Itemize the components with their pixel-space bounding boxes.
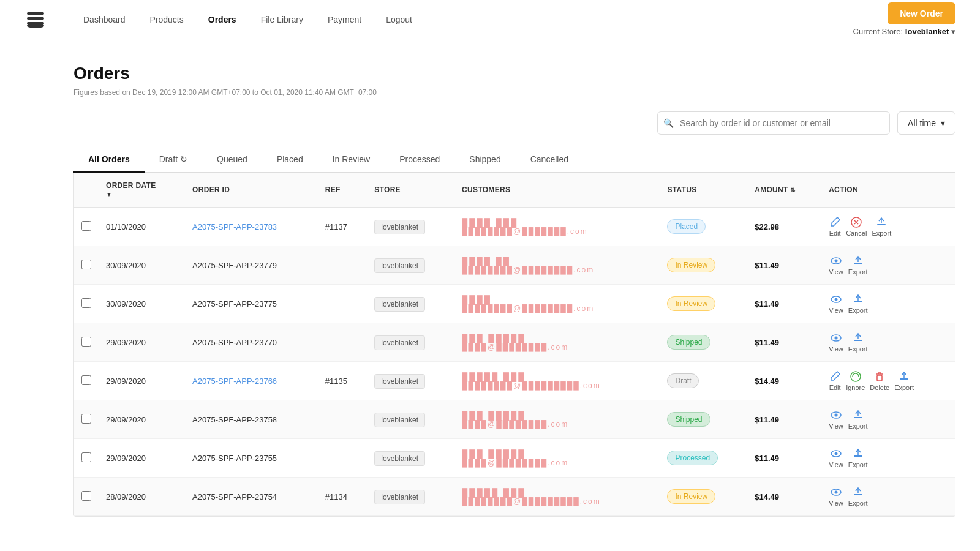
svg-rect-23: [854, 455, 862, 457]
row-checkbox[interactable]: [81, 491, 91, 501]
ref-cell: #1137: [318, 208, 367, 246]
action-export-button[interactable]: Export: [848, 332, 868, 353]
row-checkbox[interactable]: [81, 337, 91, 347]
action-view-button[interactable]: View: [829, 332, 843, 353]
order-id-text: A2075-SPF-APP-23754: [192, 492, 277, 501]
nav-products[interactable]: Products: [150, 15, 184, 24]
order-id-text: A2075-SPF-APP-23758: [192, 415, 277, 424]
customer-name: █████ ███: [462, 372, 652, 381]
customer-name: ███ █████: [462, 411, 652, 420]
order-id-cell: A2075-SPF-APP-23775: [185, 285, 318, 323]
ref-cell: [318, 400, 367, 439]
action-export-button[interactable]: Export: [848, 448, 868, 468]
row-checkbox[interactable]: [81, 375, 91, 385]
time-filter-button[interactable]: All time ▾: [897, 111, 956, 135]
status-badge: In Review: [667, 296, 715, 311]
customer-email: ████@████████.com: [462, 343, 652, 351]
actions-container: View Export: [829, 255, 948, 276]
customer-name: ███ █████: [462, 334, 652, 343]
action-edit-button[interactable]: Edit: [829, 370, 841, 391]
nav-orders[interactable]: Orders: [208, 15, 236, 24]
action-view-button[interactable]: View: [829, 293, 843, 314]
customer-name: ████ ██: [462, 257, 652, 266]
action-export-button[interactable]: Export: [848, 409, 868, 430]
order-id-link[interactable]: A2075-SPF-APP-23783: [192, 222, 277, 231]
svg-rect-16: [877, 375, 882, 381]
action-export-button[interactable]: Export: [894, 370, 914, 391]
col-amount[interactable]: AMOUNT ⇅: [747, 173, 821, 208]
amount-cell: $14.49: [747, 362, 821, 400]
customer-cell: █████ ███ ████████@█████████.com: [454, 362, 660, 400]
tab-shipped[interactable]: Shipped: [454, 147, 515, 173]
col-customers: CUSTOMERS: [454, 173, 660, 208]
nav-dashboard[interactable]: Dashboard: [83, 15, 126, 24]
action-view-button[interactable]: View: [829, 409, 843, 430]
draft-refresh-icon: ↻: [180, 154, 187, 164]
action-export-button[interactable]: Export: [872, 216, 891, 237]
actions-container: View Export: [829, 293, 948, 314]
row-checkbox[interactable]: [81, 414, 91, 424]
table-row: 28/09/2020 A2075-SPF-APP-23754 #1134 lov…: [74, 478, 955, 516]
search-input[interactable]: [657, 111, 890, 135]
status-cell: Shipped: [660, 323, 747, 362]
tab-cancelled[interactable]: Cancelled: [516, 147, 583, 173]
action-export-button[interactable]: Export: [848, 293, 868, 314]
action-view-button[interactable]: View: [829, 448, 843, 468]
action-cell: View Export: [821, 439, 955, 478]
order-date: 29/09/2020: [99, 439, 185, 478]
amount-sort-icon: ⇅: [790, 187, 795, 193]
amount-cell: $11.49: [747, 439, 821, 478]
svg-rect-5: [877, 224, 886, 225]
tab-placed[interactable]: Placed: [262, 147, 318, 173]
row-checkbox[interactable]: [81, 260, 91, 269]
row-checkbox[interactable]: [81, 221, 91, 231]
status-cell: Placed: [660, 208, 747, 246]
action-delete-button[interactable]: Delete: [870, 370, 889, 391]
store-cell: loveblanket: [367, 478, 454, 516]
svg-point-25: [834, 491, 837, 494]
row-checkbox[interactable]: [81, 298, 91, 308]
action-export-button[interactable]: Export: [848, 486, 868, 507]
tab-processed[interactable]: Processed: [385, 147, 454, 173]
tab-queued[interactable]: Queued: [202, 147, 262, 173]
order-date: 30/09/2020: [99, 285, 185, 323]
customer-cell: ████ ███ ████████@███████.com: [454, 208, 660, 246]
tab-draft[interactable]: Draft ↻: [145, 147, 202, 173]
orders-table-container: ORDER DATE ▼ ORDER ID REF STORE CUSTOMER…: [74, 173, 956, 517]
tab-in-review[interactable]: In Review: [318, 147, 385, 173]
nav-file-library[interactable]: File Library: [261, 15, 303, 24]
svg-rect-20: [854, 417, 862, 418]
action-cell: View Export: [821, 323, 955, 362]
nav-payment[interactable]: Payment: [328, 15, 361, 24]
store-name[interactable]: loveblanket: [905, 27, 949, 36]
col-order-date[interactable]: ORDER DATE ▼: [99, 173, 185, 208]
current-store-label: Current Store:: [853, 27, 903, 36]
action-cell: Edit Ignore Delete Export: [821, 362, 955, 400]
nav-logout[interactable]: Logout: [386, 15, 412, 24]
col-store: STORE: [367, 173, 454, 208]
action-view-button[interactable]: View: [829, 486, 843, 507]
store-dropdown-icon[interactable]: ▾: [951, 27, 956, 36]
order-id-link[interactable]: A2075-SPF-APP-23766: [192, 377, 277, 386]
action-view-button[interactable]: View: [829, 255, 843, 276]
row-checkbox[interactable]: [81, 452, 91, 462]
action-ignore-button[interactable]: Ignore: [846, 370, 865, 391]
svg-point-22: [834, 452, 837, 455]
svg-point-13: [834, 337, 837, 340]
order-id-cell: A2075-SPF-APP-23779: [185, 246, 318, 285]
status-cell: In Review: [660, 285, 747, 323]
store-badge: loveblanket: [374, 490, 425, 504]
action-export-button[interactable]: Export: [848, 255, 868, 276]
new-order-button[interactable]: New Order: [888, 2, 956, 24]
table-row: 01/10/2020 A2075-SPF-APP-23783 #1137 lov…: [74, 208, 955, 246]
action-edit-button[interactable]: Edit: [829, 216, 841, 237]
customer-cell: ████ ██ ████████@████████.com: [454, 246, 660, 285]
store-cell: loveblanket: [367, 323, 454, 362]
customer-name: ████ ███: [462, 218, 652, 227]
order-id-cell: A2075-SPF-APP-23755: [185, 439, 318, 478]
action-cancel-button[interactable]: Cancel: [846, 216, 867, 237]
page-title: Orders: [74, 64, 956, 83]
actions-container: Edit Cancel Export: [829, 216, 948, 237]
tab-all-orders[interactable]: All Orders: [74, 147, 145, 173]
order-date: 29/09/2020: [99, 400, 185, 439]
